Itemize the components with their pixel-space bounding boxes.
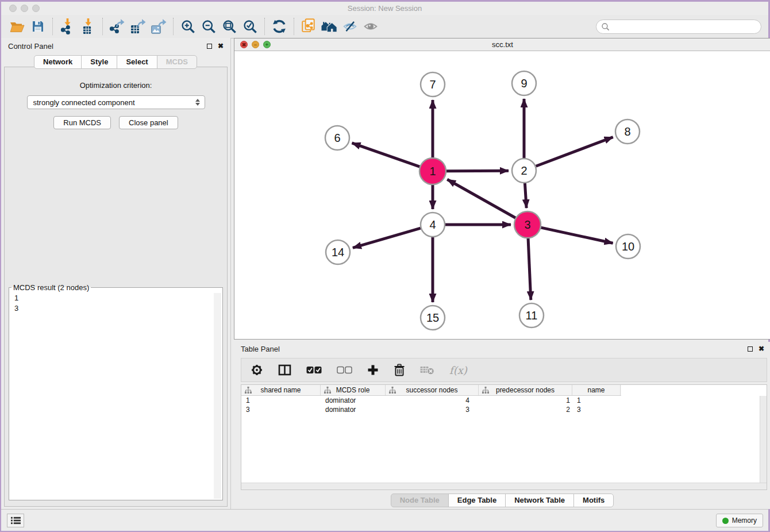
- node-6[interactable]: 6: [325, 126, 349, 150]
- status-bar: Memory: [1, 509, 768, 531]
- column-header-successor-nodes[interactable]: successor nodes: [386, 385, 479, 395]
- svg-text:8: 8: [624, 125, 630, 138]
- gear-icon[interactable]: [251, 364, 263, 376]
- open-network-file-icon[interactable]: [298, 17, 319, 36]
- node-10[interactable]: 10: [616, 234, 640, 259]
- save-session-icon[interactable]: [28, 17, 48, 36]
- node-9[interactable]: 9: [512, 71, 536, 95]
- zoom-fit-icon[interactable]: [219, 17, 240, 36]
- zoom-selected-icon[interactable]: [240, 17, 260, 36]
- column-header-mcds-role[interactable]: MCDS role: [321, 385, 386, 395]
- tab-style[interactable]: Style: [81, 55, 117, 69]
- search-box[interactable]: [596, 20, 761, 34]
- tab-network-table[interactable]: Network Table: [505, 494, 574, 507]
- node-11[interactable]: 11: [519, 303, 544, 327]
- column-label: MCDS role: [336, 386, 370, 394]
- tree-icon: [482, 387, 489, 394]
- application-window: Session: New Session: [1, 2, 768, 531]
- edge-3-11[interactable]: [528, 238, 531, 300]
- export-network-icon[interactable]: [107, 17, 128, 36]
- edge-1-2[interactable]: [446, 171, 509, 171]
- refresh-icon[interactable]: [269, 17, 290, 36]
- tab-edge-table[interactable]: Edge Table: [448, 494, 506, 507]
- add-row-icon[interactable]: [367, 364, 379, 376]
- export-table-icon[interactable]: [128, 17, 148, 36]
- split-view-icon[interactable]: [278, 364, 291, 376]
- edge-4-14[interactable]: [353, 228, 421, 248]
- result-scrollbar[interactable]: [214, 293, 221, 499]
- mcds-result-group: MCDS result (2 nodes) 13: [9, 283, 223, 500]
- export-image-icon[interactable]: [148, 17, 169, 36]
- column-header-predecessor-nodes[interactable]: predecessor nodes: [479, 385, 572, 395]
- close-panel-icon[interactable]: ✖: [218, 43, 224, 49]
- table-header-row: shared nameMCDS rolesuccessor nodesprede…: [241, 385, 621, 396]
- network-window-titlebar[interactable]: ✖ − + scc.txt: [234, 38, 770, 51]
- node-7[interactable]: 7: [421, 72, 445, 97]
- edge-2-3[interactable]: [525, 183, 526, 208]
- import-network-icon[interactable]: [57, 17, 78, 36]
- mcds-result-text[interactable]: 13: [10, 293, 221, 499]
- table-row[interactable]: 1dominator411: [241, 396, 767, 405]
- float-panel-icon[interactable]: [207, 44, 212, 49]
- edge-1-6[interactable]: [352, 143, 419, 167]
- node-15[interactable]: 15: [421, 306, 445, 330]
- table-cell: 1: [241, 396, 321, 405]
- toolbar-separator: [294, 18, 294, 35]
- column-label: shared name: [260, 386, 301, 394]
- node-14[interactable]: 14: [326, 240, 350, 264]
- zoom-out-icon[interactable]: [198, 17, 219, 36]
- network-window-title: scc.txt: [234, 40, 770, 49]
- column-label: name: [587, 386, 605, 394]
- home-icon[interactable]: [319, 17, 340, 36]
- task-list-icon: [11, 516, 21, 525]
- search-input[interactable]: [613, 22, 761, 31]
- open-session-icon[interactable]: [7, 17, 28, 36]
- import-table-icon[interactable]: [78, 17, 98, 36]
- tab-network[interactable]: Network: [34, 55, 82, 69]
- tab-motifs[interactable]: Motifs: [573, 494, 614, 507]
- table-vertical-scrollbar[interactable]: [760, 396, 767, 483]
- column-header-name[interactable]: name: [572, 385, 621, 395]
- table-cell: 3: [241, 405, 321, 414]
- function-builder-icon[interactable]: f(x): [449, 364, 467, 376]
- delete-row-icon[interactable]: [394, 364, 405, 376]
- tab-node-table[interactable]: Node Table: [391, 494, 449, 507]
- table-panel-title: Table Panel: [241, 345, 280, 353]
- window-titlebar: Session: New Session: [1, 2, 768, 15]
- node-table[interactable]: shared nameMCDS rolesuccessor nodesprede…: [241, 384, 767, 490]
- close-panel-button[interactable]: Close panel: [119, 116, 178, 129]
- control-panel-title: Control Panel: [8, 42, 53, 51]
- tab-mcds[interactable]: MCDS: [157, 55, 197, 69]
- hide-selected-icon[interactable]: [340, 17, 360, 36]
- tab-select[interactable]: Select: [117, 55, 157, 69]
- node-3[interactable]: 3: [514, 211, 541, 238]
- node-8[interactable]: 8: [615, 119, 640, 144]
- select-all-icon[interactable]: [306, 366, 322, 374]
- show-all-icon[interactable]: [360, 17, 381, 36]
- result-line: 1: [10, 293, 221, 303]
- run-mcds-button[interactable]: Run MCDS: [53, 116, 111, 129]
- network-graph[interactable]: 7968124314101511: [234, 51, 770, 339]
- svg-text:6: 6: [334, 132, 340, 144]
- edge-3-10[interactable]: [541, 228, 613, 243]
- memory-button[interactable]: Memory: [716, 514, 763, 527]
- mcds-panel: Optimization criterion: strongly connect…: [4, 67, 228, 507]
- deselect-all-icon[interactable]: [337, 366, 352, 374]
- column-header-shared-name[interactable]: shared name: [241, 385, 321, 395]
- float-table-panel-icon[interactable]: [748, 346, 753, 352]
- toolbar-separator: [264, 18, 265, 35]
- node-4[interactable]: 4: [421, 213, 445, 237]
- task-history-button[interactable]: [7, 514, 24, 527]
- node-1[interactable]: 1: [419, 158, 446, 184]
- edge-2-8[interactable]: [536, 137, 613, 167]
- column-label: successor nodes: [406, 386, 457, 394]
- node-2[interactable]: 2: [512, 159, 536, 183]
- zoom-in-icon[interactable]: [178, 17, 198, 36]
- delete-table-icon[interactable]: [420, 365, 434, 375]
- optimization-criterion-dropdown[interactable]: strongly connected component: [27, 95, 205, 109]
- table-horizontal-scrollbar[interactable]: [241, 483, 767, 489]
- close-table-panel-icon[interactable]: ✖: [759, 345, 764, 352]
- network-canvas[interactable]: 7968124314101511: [234, 51, 770, 339]
- edge-3-1[interactable]: [447, 179, 515, 218]
- table-row[interactable]: 3dominator323: [241, 405, 767, 414]
